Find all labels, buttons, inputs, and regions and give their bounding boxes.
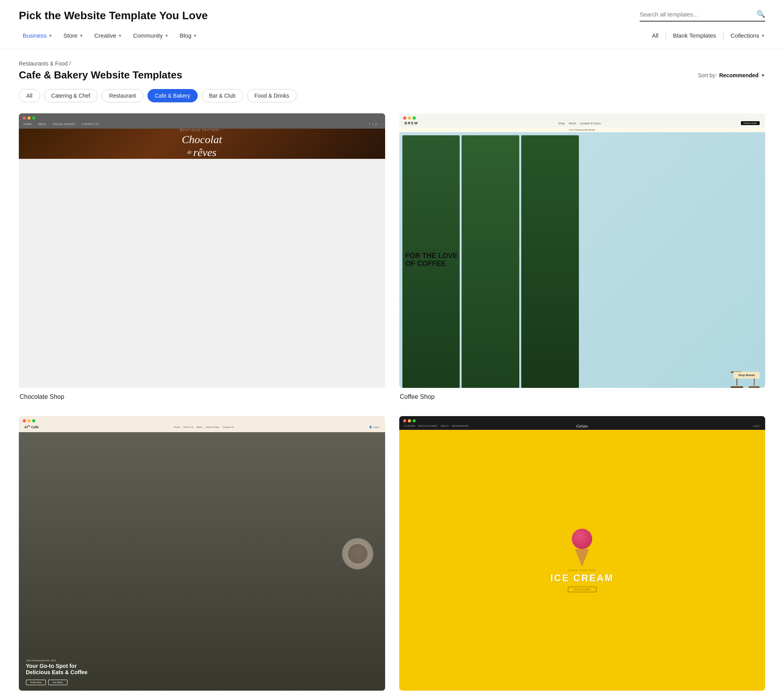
template-name-chocolate-shop: Chocolate Shop — [19, 393, 385, 400]
search-icon[interactable]: 🔍 — [757, 10, 765, 18]
nav-item-community[interactable]: Community ▼ — [129, 30, 173, 41]
window-dot-yellow — [27, 116, 31, 120]
nav-item-business[interactable]: Business ▼ — [19, 30, 56, 41]
thumbnail-inner: FLAVORS BOOK AN EVENT ABOUT RESERVATION … — [399, 416, 766, 691]
template-card-chocolate-shop[interactable]: HOME MENU ONLINE ORDERS CONTACT US f t p… — [19, 113, 385, 400]
search-input[interactable] — [640, 11, 757, 18]
window-dot-green — [413, 419, 416, 422]
thumbnail-nav: 47th Cafe Home This is Us Menu Online Or… — [19, 416, 385, 432]
sort-selector[interactable]: Sort by: Recommended ▼ — [698, 72, 766, 78]
thumbnail-body: Cafe & Restaurant Est. 2023 Your Go-to S… — [19, 432, 385, 691]
window-dot-yellow — [408, 419, 411, 422]
breadcrumb-separator: / — [69, 60, 71, 67]
page-title: Cafe & Bakery Website Templates — [19, 69, 182, 81]
template-card-cafe[interactable]: 47th Cafe Home This is Us Menu Online Or… — [19, 416, 385, 693]
template-thumbnail-cafe: 47th Cafe Home This is Us Menu Online Or… — [19, 416, 385, 691]
template-thumbnail-coffee-shop: BREW Shop About Location & Hours Online … — [399, 113, 766, 388]
window-dot-red — [403, 419, 406, 422]
thumbnail-body: BOUTIQUE FACTORY · Chocolat de rêves — [19, 129, 385, 159]
filter-catering-chef[interactable]: Catering & Chef — [44, 89, 98, 102]
filter-cafe-bakery[interactable]: Cafe & Bakery — [147, 89, 198, 102]
header: Pick the Website Template You Love 🔍 — [0, 0, 784, 22]
window-dot-green — [32, 419, 35, 422]
nav-right-collections[interactable]: Collections ▼ — [731, 32, 765, 39]
thumbnail-nav: BREW Shop About Location & Hours Online … — [399, 113, 766, 127]
nav-item-creative[interactable]: Creative ▼ — [91, 30, 126, 41]
window-controls — [399, 113, 420, 123]
breadcrumb-parent[interactable]: Restaurants & Food — [19, 60, 68, 67]
window-dot-yellow — [27, 419, 31, 422]
nav-item-store[interactable]: Store ▼ — [60, 30, 87, 41]
filter-row: All Catering & Chef Restaurant Cafe & Ba… — [0, 89, 784, 113]
chevron-down-icon: ▼ — [79, 33, 84, 38]
window-dot-red — [23, 419, 26, 422]
window-dot-red — [403, 116, 406, 120]
window-dot-yellow — [408, 116, 411, 120]
template-card-coffee-shop[interactable]: BREW Shop About Location & Hours Online … — [399, 113, 766, 400]
thumbnail-body: HAND CRAFTED ICE CREAM OUR FLAVORS — [399, 430, 766, 691]
breadcrumb: Restaurants & Food / — [0, 49, 784, 69]
nav-right: All Blank Templates Collections ▼ — [652, 32, 765, 39]
nav-divider — [666, 32, 666, 39]
thumbnail-inner: BREW Shop About Location & Hours Online … — [399, 113, 766, 388]
thumbnail-nav: HOME MENU ONLINE ORDERS CONTACT US f t p… — [19, 113, 385, 129]
chevron-down-icon: ▼ — [193, 33, 197, 38]
template-card-ice-cream-shop[interactable]: FLAVORS BOOK AN EVENT ABOUT RESERVATION … — [399, 416, 766, 693]
thumbnail-inner: 47th Cafe Home This is Us Menu Online Or… — [19, 416, 385, 691]
chevron-down-icon: ▼ — [164, 33, 169, 38]
nav-left: Business ▼ Store ▼ Creative ▼ Community … — [19, 30, 652, 41]
chevron-down-icon: ▼ — [118, 33, 122, 38]
thumbnail-nav: FLAVORS BOOK AN EVENT ABOUT RESERVATION … — [399, 416, 766, 430]
thumbnail-body: FOR THE LOVEOF COFFEE Shop Blends — [399, 132, 766, 388]
nav-right-all[interactable]: All — [652, 32, 658, 39]
thumbnail-text: FOR THE LOVEOF COFFEE — [406, 252, 458, 268]
shop-blends-button: Shop Blends — [733, 372, 760, 378]
window-controls — [19, 113, 39, 123]
page-main-title: Pick the Website Template You Love — [19, 9, 208, 22]
page-heading-row: Cafe & Bakery Website Templates Sort by:… — [0, 69, 784, 89]
template-grid: HOME MENU ONLINE ORDERS CONTACT US f t p… — [0, 113, 784, 693]
filter-all[interactable]: All — [19, 89, 40, 102]
chevron-down-icon: ▼ — [48, 33, 53, 38]
chevron-down-icon: ▼ — [761, 33, 765, 38]
filter-bar-club[interactable]: Bar & Club — [202, 89, 243, 102]
window-controls — [399, 416, 420, 426]
window-controls — [19, 416, 39, 426]
search-bar[interactable]: 🔍 — [640, 10, 765, 22]
window-dot-green — [413, 116, 416, 120]
thumbnail-text: BOUTIQUE FACTORY · Chocolat de rêves — [180, 129, 224, 159]
template-name-coffee-shop: Coffee Shop — [399, 393, 766, 400]
filter-food-drinks[interactable]: Food & Drinks — [247, 89, 297, 102]
nav-divider-2 — [723, 32, 724, 39]
filter-restaurant[interactable]: Restaurant — [102, 89, 143, 102]
template-thumbnail-ice-cream-shop: FLAVORS BOOK AN EVENT ABOUT RESERVATION … — [399, 416, 766, 691]
thumbnail-text: Cafe & Restaurant Est. 2023 Your Go-to S… — [26, 659, 87, 676]
sort-chevron-icon: ▼ — [761, 73, 765, 78]
nav: Business ▼ Store ▼ Creative ▼ Community … — [0, 22, 784, 49]
template-thumbnail-chocolate-shop: HOME MENU ONLINE ORDERS CONTACT US f t p… — [19, 113, 385, 388]
nav-right-blank[interactable]: Blank Templates — [673, 32, 716, 39]
sort-label: Sort by: — [698, 72, 717, 78]
window-dot-green — [32, 116, 35, 120]
window-dot-red — [23, 116, 26, 120]
nav-item-blog[interactable]: Blog ▼ — [176, 30, 201, 41]
sort-value: Recommended — [719, 72, 759, 78]
